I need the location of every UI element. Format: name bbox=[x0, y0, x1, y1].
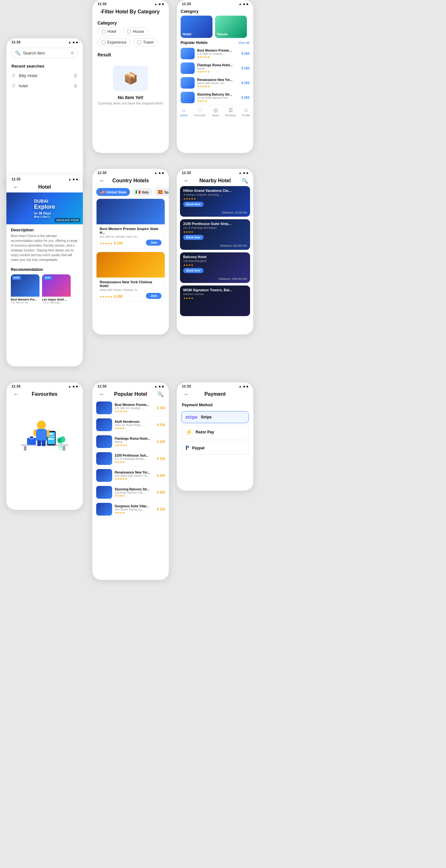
back-button-fav[interactable]: ← bbox=[11, 390, 21, 399]
nearby-card-2[interactable]: 2100 Penthouse Suite Strip... 211 E Flam… bbox=[180, 219, 250, 250]
rec-card-1[interactable]: $150 Best Western Pre... 6 E 30th St, No… bbox=[11, 274, 39, 304]
nav-booking[interactable]: ☰ Booking bbox=[225, 107, 236, 117]
join-button-2[interactable]: Join bbox=[146, 293, 161, 299]
tab-italy[interactable]: 🇮🇹 Italy bbox=[132, 188, 152, 196]
detail-header: ← Hotel bbox=[6, 182, 83, 192]
popular-list-item-1[interactable]: Best Western Premie... 6 E 30th St, NoMa… bbox=[92, 400, 169, 416]
view-all-button[interactable]: View All bbox=[238, 41, 249, 44]
hotel-listing-footer-2: ★★★★★ $ 200 Join bbox=[100, 293, 161, 299]
delete-icon-1[interactable]: 🗑 bbox=[73, 73, 78, 78]
popular-list-item-6[interactable]: Stunning Balcony Str... 125 East Harmon … bbox=[92, 484, 169, 501]
search-icon: 🔍 bbox=[15, 50, 21, 56]
checkbox-hotel[interactable] bbox=[102, 30, 105, 33]
nearby-content-2: 2100 Penthouse Suite Strip... 211 E Flam… bbox=[180, 219, 250, 243]
book-now-3[interactable]: Book Now bbox=[183, 268, 203, 273]
home-icon: ⌂ bbox=[182, 107, 185, 113]
checkbox-travel[interactable] bbox=[137, 40, 141, 44]
popular-hotel-item-4[interactable]: Stunning Balcony Str... 171% East Harmon… bbox=[177, 90, 253, 105]
back-button-popular[interactable]: ← bbox=[97, 390, 106, 399]
back-button-nearby[interactable]: ← bbox=[182, 176, 191, 185]
search-input[interactable]: Search item bbox=[23, 51, 70, 56]
filter-header: ← Filter Hotel By Category bbox=[92, 7, 169, 17]
checkbox-experience[interactable] bbox=[102, 40, 105, 44]
search-bar[interactable]: 🔍 Search item ✕ bbox=[11, 48, 78, 58]
popular-screen-title: Popular Hotel bbox=[114, 391, 147, 397]
popular-hotel-item-3[interactable]: Renaissance New Yor... West 25th Street,… bbox=[177, 75, 253, 90]
category-card-house[interactable]: House bbox=[215, 16, 247, 38]
nearby-card-3[interactable]: Balcony Hotel 135 East Bangkok ★★★★ Book… bbox=[180, 252, 250, 283]
popular-hotel-img-3 bbox=[181, 77, 195, 89]
rec-card-img-1: $150 bbox=[11, 274, 39, 297]
category-cards-row: Hotel House bbox=[181, 16, 249, 38]
tab-spain[interactable]: 🇪🇸 Sp bbox=[154, 188, 169, 196]
popular-hotel-img-4 bbox=[181, 92, 195, 103]
popular-hotel-img-1 bbox=[181, 48, 195, 59]
category-hotel[interactable]: Hotel bbox=[97, 27, 120, 36]
category-house[interactable]: House bbox=[123, 27, 148, 36]
back-button-detail[interactable]: ← bbox=[11, 183, 21, 191]
hotel-detail-screen: 11:33 ▲■■ ← Hotel DUBAI Explore in- 06 D… bbox=[6, 175, 83, 367]
back-button-payment[interactable]: ← bbox=[182, 390, 191, 399]
flag-us: 🇺🇸 bbox=[100, 190, 105, 194]
popular-list-info-6: Stunning Balcony Str... 125 East Harmon … bbox=[115, 488, 155, 497]
filter-screen: 11:33 ▲■■ ← Filter Hotel By Category Cat… bbox=[92, 0, 169, 153]
popular-list-item-4[interactable]: 2100 Penthouse Suit... 211 E Flamingo Rd… bbox=[92, 450, 169, 467]
popular-list-info-2: Aloft Henderson 2631 St. Rose Pkwy, ... … bbox=[115, 420, 155, 430]
nav-maps[interactable]: ◎ Maps bbox=[212, 107, 219, 117]
back-button-country[interactable]: ← bbox=[97, 176, 106, 185]
recommendation-section: Recommendation $150 Best Western Pre... … bbox=[6, 266, 83, 307]
rec-card-2[interactable]: $250 Las Vegas Hotel ... 211 E Flamingo … bbox=[42, 274, 71, 304]
svg-rect-9 bbox=[37, 440, 41, 446]
svg-point-3 bbox=[57, 437, 62, 443]
popular-list-item-5[interactable]: Renaissance New Yor... 100 West 25th Str… bbox=[92, 467, 169, 484]
status-bar-payment: 11:33 ▲■■ bbox=[177, 382, 253, 390]
delete-icon-2[interactable]: 🗑 bbox=[73, 83, 78, 88]
search-icon-popular[interactable]: 🔍 bbox=[157, 391, 164, 397]
payment-stripe[interactable]: stripe Stripe bbox=[181, 411, 249, 423]
checkbox-house[interactable] bbox=[127, 30, 131, 33]
status-bar-detail: 11:33 ▲■■ bbox=[6, 175, 83, 182]
popular-list-item-2[interactable]: Aloft Henderson 2631 St. Rose Pkwy, ... … bbox=[92, 416, 169, 433]
category-card-hotel[interactable]: Hotel bbox=[181, 16, 213, 38]
popular-hotel-info-3: Renaissance New Yor... West 25th Street,… bbox=[197, 78, 239, 88]
country-hotels-screen: 11:33 ▲■■ ← Country Hotels 🇺🇸 United Sta… bbox=[92, 169, 169, 335]
popular-list-img-2 bbox=[96, 418, 112, 431]
category-travel[interactable]: Travel bbox=[133, 38, 158, 46]
history-icon-2: ⏱ bbox=[11, 84, 15, 88]
join-button-1[interactable]: Join bbox=[146, 240, 161, 246]
hotel-listing-info-1: Best Western Premier Empire State H... 6… bbox=[97, 224, 165, 248]
description-text: Best Hotel Choice is the ultimate accomm… bbox=[11, 234, 78, 262]
category-experience[interactable]: Experience bbox=[97, 38, 131, 46]
nav-profile[interactable]: ☺ Profile bbox=[242, 107, 250, 117]
home-screen: 11:33 ▲■■ Category Hotel House Popular H… bbox=[177, 0, 253, 153]
nav-favourite[interactable]: ♡ Favourite bbox=[194, 107, 206, 117]
nearby-card-4[interactable]: MGM Signature Towers, Bal... Harmon Aven… bbox=[180, 285, 250, 316]
book-now-2[interactable]: Book Now bbox=[183, 235, 203, 240]
payment-paypal[interactable]: 𝐏 Paypal bbox=[181, 441, 249, 455]
country-title: Country Hotels bbox=[113, 178, 149, 184]
search-icon-nearby[interactable]: 🔍 bbox=[242, 178, 248, 184]
hotel-listing-2[interactable]: Renaissance New York Chelsea Hotel West … bbox=[96, 252, 165, 302]
nav-home[interactable]: ⌂ Home bbox=[180, 107, 188, 117]
distance-1: Distance: 13.09 KM bbox=[222, 211, 247, 214]
fav-header: ← Favourites bbox=[6, 390, 83, 400]
status-bar-nearby: 11:33 ▲■■ bbox=[177, 169, 253, 176]
popular-hotel-item-1[interactable]: Best Western Premie... 6 E 30th St, NoMa… bbox=[177, 46, 253, 61]
popular-header: Popular Hotels View All bbox=[177, 38, 253, 46]
nearby-title: Nearby Hotel bbox=[199, 178, 231, 184]
category-section: Category Hotel House bbox=[177, 7, 253, 38]
description-section: Description Best Hotel Choice is the ult… bbox=[6, 224, 83, 266]
hotel-listing-1[interactable]: Best Western Premier Empire State H... 6… bbox=[96, 198, 165, 249]
hotel-hero: DUBAI Explore in- 06 Days Buy 1 Get 1 SM… bbox=[6, 192, 83, 224]
close-icon[interactable]: ✕ bbox=[70, 50, 74, 56]
svg-rect-10 bbox=[42, 440, 45, 446]
back-button-filter[interactable]: ← bbox=[97, 7, 106, 16]
payment-razorpay[interactable]: ⚡ Razor Pay bbox=[181, 425, 249, 439]
popular-list-info-1: Best Western Premie... 6 E 30th St, NoMa… bbox=[115, 403, 155, 413]
book-now-1[interactable]: Book Now bbox=[183, 202, 203, 207]
popular-list-item-3[interactable]: Flamingo Roma Hotel... Roma ★★★★★ $ 100 bbox=[92, 433, 169, 450]
popular-list-item-7[interactable]: Gorgeous Suite Vdar... 100 Street Tayma … bbox=[92, 501, 169, 518]
nearby-card-1[interactable]: Hilton Grand Vacations Clu... Jl Wahyu A… bbox=[180, 186, 250, 217]
tab-united-state[interactable]: 🇺🇸 United State bbox=[96, 188, 130, 196]
popular-hotel-item-2[interactable]: Flamingo Roma Hotel... Roma ★★★★★ $ 100 bbox=[177, 61, 253, 75]
